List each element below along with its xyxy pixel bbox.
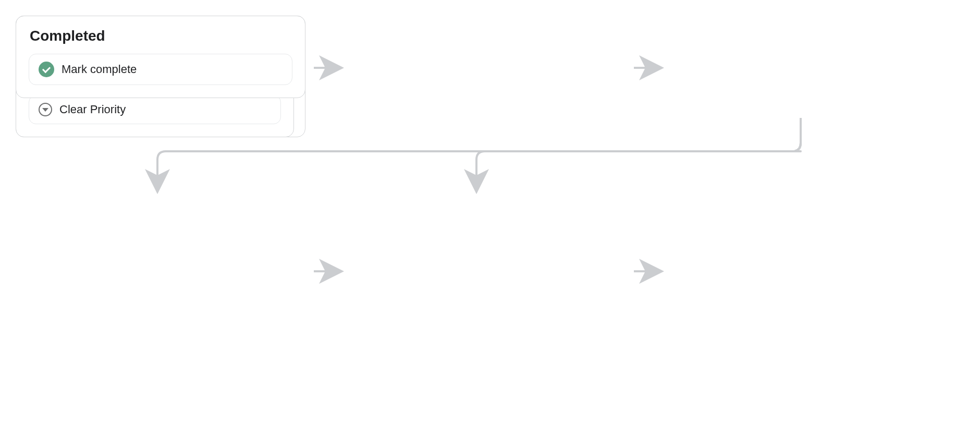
node-title: Completed [30,28,292,44]
completed-row[interactable]: Mark complete [29,54,292,85]
workflow-canvas: Intake Customer Feedback form New feedba… [16,16,964,417]
notactioning-row2-label: Clear Priority [59,103,126,116]
notactioning-row-clear[interactable]: Clear Priority [29,95,281,124]
check-circle-icon [39,62,54,77]
node-completed[interactable]: Completed Mark complete [16,16,305,98]
caret-down-icon [39,103,52,116]
completed-row-label: Mark complete [62,63,137,76]
